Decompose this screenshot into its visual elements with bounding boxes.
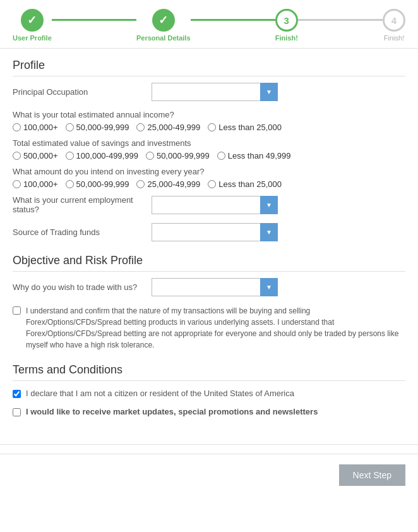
step-line-3	[298, 19, 383, 21]
income-option-label-2: 25,000-49,999	[147, 123, 200, 132]
invest-radio-1[interactable]	[66, 180, 74, 188]
newsletter-label: I would like to receive market updates, …	[26, 407, 318, 416]
step-circle-3: 3	[275, 9, 298, 32]
newsletter-row: I would like to receive market updates, …	[13, 407, 405, 416]
savings-radio-group: 500,000+ 100,000-499,999 50,000-99,999 L…	[13, 151, 405, 160]
step-line-1	[52, 19, 136, 21]
checkmark-icon-2: ✓	[158, 13, 168, 27]
main-content: Profile Principal Occupation What is you…	[0, 49, 418, 435]
income-radio-3[interactable]	[208, 123, 216, 131]
income-option-label-0: 100,000+	[23, 123, 58, 132]
confirm-checkbox[interactable]	[13, 306, 21, 315]
savings-option-label-1: 100,000-499,999	[76, 151, 138, 160]
income-option-3[interactable]: Less than 25,000	[208, 123, 282, 132]
step-circle-2: ✓	[152, 9, 175, 32]
stepper: ✓ User Profile ✓ Personal Details 3 Fini…	[0, 0, 418, 49]
step-label-3: Finish!	[275, 34, 298, 42]
savings-option-3[interactable]: Less than 49,999	[217, 151, 291, 160]
income-radio-2[interactable]	[136, 123, 145, 131]
employment-select-wrapper[interactable]	[152, 196, 278, 214]
savings-block: Total estimated value of savings and inv…	[13, 138, 405, 160]
step-circle-4: 4	[383, 9, 405, 32]
step-finish-4: 4 Finish!	[383, 9, 405, 42]
declare-checkbox[interactable]	[13, 390, 21, 398]
step-number-4: 4	[391, 15, 397, 26]
employment-row: What is your current employment status?	[13, 195, 405, 214]
step-finish-3: 3 Finish!	[275, 9, 298, 42]
savings-option-1[interactable]: 100,000-499,999	[66, 151, 138, 160]
income-option-2[interactable]: 25,000-49,999	[136, 123, 200, 132]
income-option-label-1: 50,000-99,999	[76, 123, 129, 132]
invest-option-label-2: 25,000-49,999	[147, 179, 200, 189]
principal-occupation-row: Principal Occupation	[13, 83, 405, 101]
step-number-3: 3	[284, 15, 289, 26]
principal-occupation-select[interactable]	[152, 83, 278, 101]
invest-question: What amount do you intend on investing e…	[13, 167, 405, 176]
principal-occupation-label: Principal Occupation	[13, 87, 152, 97]
income-radio-group: 100,000+ 50,000-99,999 25,000-49,999 Les…	[13, 123, 405, 132]
footer: Next Step	[0, 454, 418, 496]
income-option-0[interactable]: 100,000+	[13, 123, 58, 132]
objective-section: Objective and Risk Profile Why do you wi…	[13, 254, 405, 351]
trade-reason-select[interactable]	[152, 278, 278, 296]
invest-option-2[interactable]: 25,000-49,999	[136, 179, 200, 189]
step-circle-1: ✓	[21, 9, 44, 32]
income-question: What is your total estimated annual inco…	[13, 110, 405, 119]
invest-option-label-3: Less than 25,000	[218, 179, 282, 189]
principal-occupation-select-wrapper[interactable]	[152, 83, 278, 101]
step-label-1: User Profile	[13, 34, 52, 42]
savings-option-label-2: 50,000-99,999	[157, 151, 210, 160]
trade-reason-label: Why do you wish to trade with us?	[13, 282, 152, 292]
savings-option-label-0: 500,000+	[23, 151, 58, 160]
income-radio-1[interactable]	[66, 123, 74, 131]
footer-divider	[0, 444, 418, 445]
step-label-2: Personal Details	[136, 34, 191, 42]
employment-label: What is your current employment status?	[13, 195, 152, 214]
invest-radio-2[interactable]	[136, 180, 145, 188]
profile-section-title: Profile	[13, 59, 405, 76]
trading-funds-select-wrapper[interactable]	[152, 223, 278, 241]
invest-option-label-1: 50,000-99,999	[76, 179, 129, 189]
income-radio-0[interactable]	[13, 123, 21, 131]
declare-label: I declare that I am not a citizen or res…	[26, 389, 294, 398]
savings-radio-0[interactable]	[13, 152, 21, 160]
savings-option-0[interactable]: 500,000+	[13, 151, 58, 160]
step-line-2	[191, 19, 275, 21]
confirm-row: I understand and confirm that the nature…	[13, 305, 405, 351]
savings-option-2[interactable]: 50,000-99,999	[146, 151, 210, 160]
invest-option-3[interactable]: Less than 25,000	[208, 179, 282, 189]
savings-question: Total estimated value of savings and inv…	[13, 138, 405, 148]
savings-radio-3[interactable]	[217, 152, 225, 160]
invest-radio-0[interactable]	[13, 180, 21, 188]
objective-section-title: Objective and Risk Profile	[13, 254, 405, 272]
step-user-profile: ✓ User Profile	[13, 9, 52, 42]
invest-radio-3[interactable]	[208, 180, 216, 188]
checkmark-icon-1: ✓	[27, 13, 37, 27]
step-personal-details: ✓ Personal Details	[136, 9, 191, 42]
step-label-4: Finish!	[384, 34, 404, 42]
trade-reason-select-wrapper[interactable]	[152, 278, 278, 296]
invest-block: What amount do you intend on investing e…	[13, 167, 405, 189]
terms-section-title: Terms and Conditions	[13, 363, 405, 381]
trading-funds-row: Source of Trading funds	[13, 223, 405, 241]
invest-radio-group: 100,000+ 50,000-99,999 25,000-49,999 Les…	[13, 179, 405, 189]
income-option-1[interactable]: 50,000-99,999	[66, 123, 129, 132]
invest-option-1[interactable]: 50,000-99,999	[66, 179, 129, 189]
newsletter-checkbox[interactable]	[13, 408, 21, 416]
confirm-text: I understand and confirm that the nature…	[26, 305, 405, 351]
trade-reason-row: Why do you wish to trade with us?	[13, 278, 405, 296]
invest-option-label-0: 100,000+	[23, 179, 58, 189]
terms-section: Terms and Conditions I declare that I am…	[13, 363, 405, 416]
trading-funds-label: Source of Trading funds	[13, 227, 152, 237]
declare-row: I declare that I am not a citizen or res…	[13, 389, 405, 398]
income-block: What is your total estimated annual inco…	[13, 110, 405, 132]
next-step-button[interactable]: Next Step	[339, 464, 405, 486]
savings-radio-2[interactable]	[146, 152, 154, 160]
employment-select[interactable]	[152, 196, 278, 214]
savings-option-label-3: Less than 49,999	[228, 151, 291, 160]
income-option-label-3: Less than 25,000	[218, 123, 282, 132]
trading-funds-select[interactable]	[152, 223, 278, 241]
invest-option-0[interactable]: 100,000+	[13, 179, 58, 189]
savings-radio-1[interactable]	[66, 152, 74, 160]
